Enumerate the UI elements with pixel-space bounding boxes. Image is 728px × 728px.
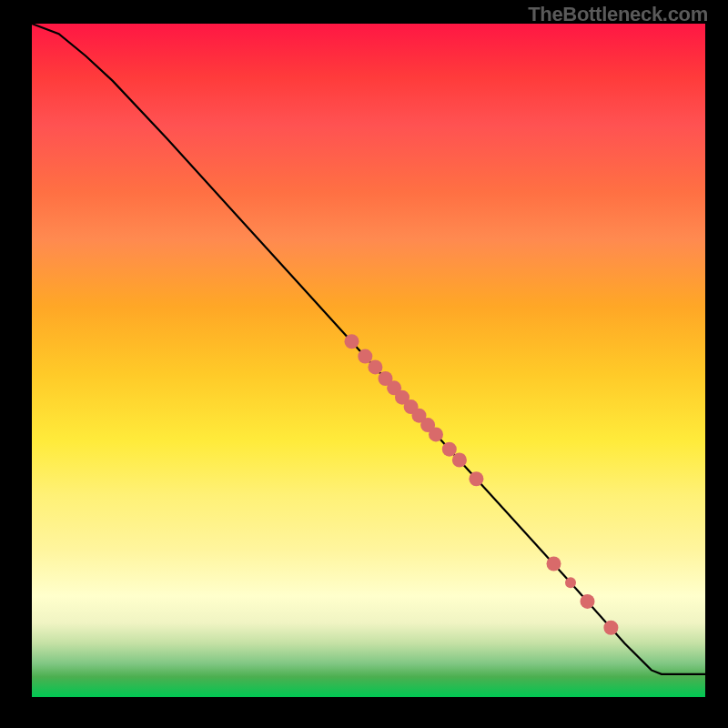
data-marker	[452, 453, 467, 468]
curve-line	[32, 24, 705, 674]
chart-svg	[32, 24, 705, 697]
data-marker	[442, 442, 457, 457]
data-marker	[469, 471, 483, 486]
data-marker	[603, 621, 618, 635]
data-marker	[547, 556, 561, 571]
data-marker	[581, 594, 595, 609]
data-marker	[345, 334, 359, 349]
data-marker	[358, 349, 372, 364]
data-marker	[368, 359, 382, 374]
data-marker	[429, 427, 443, 441]
watermark-text: TheBottleneck.com	[528, 3, 708, 26]
plot-area	[32, 24, 705, 697]
data-marker	[565, 577, 576, 588]
